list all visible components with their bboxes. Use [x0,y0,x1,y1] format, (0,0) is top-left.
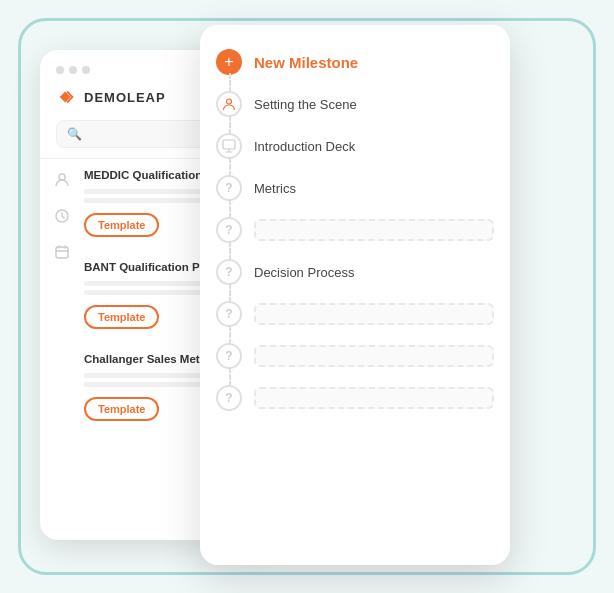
logo-icon [56,86,78,108]
search-icon: 🔍 [67,127,82,141]
logo-text: DEMOLEAP [84,90,166,105]
milestone-economic[interactable]: ? Economic Buyer 💬 [200,209,510,251]
milestone-label-new: New Milestone [254,54,494,71]
question-icon-ph: ? [225,307,232,321]
milestone-label-decision: Decision Process [254,265,494,280]
svg-rect-4 [223,140,235,149]
progress-bar-3b [84,382,210,387]
question-icon-economic: ? [225,223,232,237]
question-icon-pain: ? [225,349,232,363]
milestone-list: + New Milestone Setting the Scene [200,25,510,435]
person-icon [222,97,236,111]
milestone-identify-pain[interactable]: ? Identify pain 💬 [200,335,510,377]
question-icon-champions: ? [225,391,232,405]
milestone-icon-metrics: ? [216,175,242,201]
milestone-placeholder-economic [254,219,494,241]
plus-icon: + [224,54,233,70]
user-icon[interactable] [52,170,72,190]
clock-icon[interactable] [52,206,72,226]
progress-bar-1b [84,198,210,203]
milestone-champions[interactable]: ? Champions 💬 [200,377,510,419]
svg-rect-2 [56,247,68,258]
milestone-metrics[interactable]: ? Metrics [200,167,510,209]
logo: DEMOLEAP [56,86,166,108]
milestone-icon-new: + [216,49,242,75]
question-icon-metrics: ? [225,181,232,195]
milestone-icon-intro [216,133,242,159]
svg-point-0 [59,174,65,180]
milestone-setting[interactable]: Setting the Scene [200,83,510,125]
milestone-icon-economic: ? [216,217,242,243]
milestone-intro[interactable]: Introduction Deck [200,125,510,167]
right-panel: + New Milestone Setting the Scene [200,25,510,565]
milestone-icon-champions: ? [216,385,242,411]
milestone-label-setting: Setting the Scene [254,97,494,112]
template-badge-1[interactable]: Template [84,213,159,237]
milestone-placeholder-ph [254,303,494,325]
milestone-placeholder-pain [254,345,494,367]
milestone-placeholder-row[interactable]: ? [200,293,510,335]
calendar-icon[interactable] [52,242,72,262]
progress-bar-2b [84,290,210,295]
template-badge-3[interactable]: Template [84,397,159,421]
template-badge-2[interactable]: Template [84,305,159,329]
sidebar-icons [52,170,72,262]
question-icon-decision: ? [225,265,232,279]
milestone-icon-ph: ? [216,301,242,327]
milestone-decision-process[interactable]: ? Decision Process Decision Criteria 💬 [200,251,510,293]
milestone-icon-decision: ? [216,259,242,285]
dot-1 [56,66,64,74]
milestone-label-metrics: Metrics [254,181,494,196]
milestone-placeholder-champions [254,387,494,409]
deck-icon [222,139,236,153]
milestone-new[interactable]: + New Milestone [200,41,510,83]
milestone-icon-setting [216,91,242,117]
dot-2 [69,66,77,74]
scene: DEMOLEAP 🔍 [0,0,614,593]
milestone-label-intro: Introduction Deck [254,139,494,154]
svg-point-3 [227,99,232,104]
milestone-icon-pain: ? [216,343,242,369]
dot-3 [82,66,90,74]
